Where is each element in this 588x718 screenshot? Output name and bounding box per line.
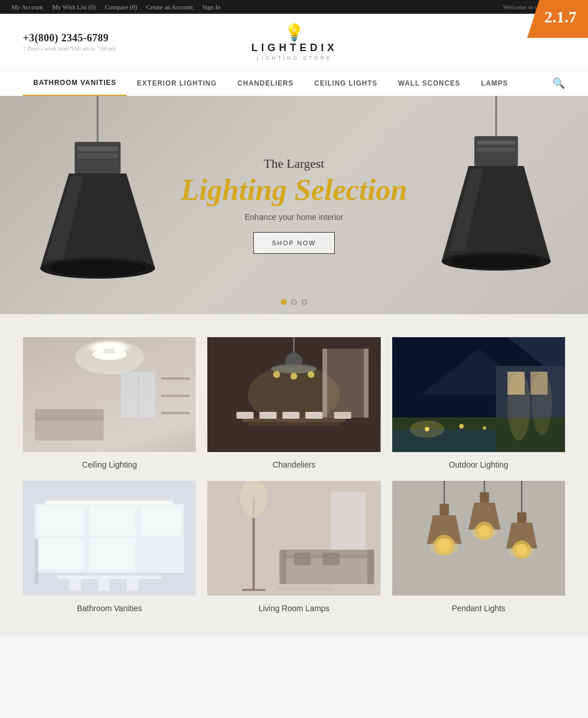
header: +3(800) 2345-6789 7 Days a week from 9:0… <box>0 14 588 70</box>
svg-point-55 <box>409 420 444 438</box>
svg-rect-41 <box>305 412 323 419</box>
svg-rect-20 <box>35 418 104 441</box>
nav-wall-sconces[interactable]: WALL SCONCES <box>388 71 470 95</box>
category-grid-row1: Ceiling Lighting <box>23 337 565 613</box>
svg-rect-66 <box>90 538 136 570</box>
category-outdoor-lighting[interactable]: Outdoor Lighting <box>392 337 565 469</box>
svg-point-6 <box>49 260 146 276</box>
svg-rect-68 <box>35 538 38 584</box>
carousel-dot-3[interactable] <box>301 299 307 305</box>
bathroom-label: Bathroom Vanities <box>23 604 196 613</box>
svg-point-107 <box>509 544 534 559</box>
svg-rect-39 <box>260 412 277 419</box>
category-section: Ceiling Lighting <box>0 314 588 636</box>
create-account-link[interactable]: Create an Account <box>146 3 193 10</box>
hero-subtitle: The Largest <box>181 156 407 171</box>
svg-point-106 <box>471 525 497 540</box>
svg-point-14 <box>450 254 542 268</box>
svg-rect-11 <box>477 148 515 152</box>
living-room-label: Living Room Lamps <box>207 604 380 613</box>
svg-rect-85 <box>277 587 334 590</box>
svg-rect-87 <box>323 492 331 550</box>
svg-rect-3 <box>78 153 118 158</box>
nav-chandeliers[interactable]: CHANDELIERS <box>227 71 304 95</box>
carousel-dot-2[interactable] <box>291 299 297 305</box>
sign-in-link[interactable]: Sign In <box>202 3 220 10</box>
svg-rect-65 <box>90 507 136 535</box>
svg-rect-21 <box>35 409 104 420</box>
svg-rect-26 <box>161 412 190 414</box>
outdoor-lighting-label: Outdoor Lighting <box>392 460 565 469</box>
svg-rect-63 <box>38 507 84 535</box>
pendant-lights-image <box>392 481 565 596</box>
nav-bathroom-vanities[interactable]: BATHROOM VANITIES <box>23 71 127 96</box>
svg-rect-37 <box>248 422 340 426</box>
svg-rect-81 <box>280 550 287 584</box>
chandeliers-image <box>207 337 380 452</box>
svg-rect-38 <box>237 412 254 419</box>
svg-point-77 <box>239 481 268 518</box>
carousel-dot-1[interactable] <box>281 299 287 305</box>
svg-rect-40 <box>283 412 300 419</box>
right-pendant-lamp <box>433 96 559 291</box>
pendant-lights-label: Pendant Lights <box>392 604 565 613</box>
svg-rect-91 <box>439 504 448 515</box>
svg-rect-24 <box>161 377 190 380</box>
business-hours: 7 Days a week from 9:00 am to 7:00 pm <box>23 45 115 52</box>
svg-rect-83 <box>294 553 311 565</box>
category-pendant-lights[interactable]: Pendant Lights <box>392 481 565 613</box>
svg-rect-82 <box>368 550 374 584</box>
svg-point-58 <box>507 372 530 441</box>
nav-ceiling-lights[interactable]: CEILING LIGHTS <box>304 71 388 95</box>
svg-rect-88 <box>366 492 374 550</box>
compare-link[interactable]: Compare (0) <box>105 3 137 10</box>
nav-exterior-lighting[interactable]: EXTERIOR LIGHTING <box>127 71 227 95</box>
svg-rect-70 <box>69 579 81 590</box>
left-pendant-lamp <box>29 96 167 303</box>
hero-content: The Largest Lighting Selection Enhance y… <box>181 156 407 253</box>
svg-point-59 <box>531 372 552 435</box>
living-room-image <box>207 481 380 596</box>
hero-section: The Largest Lighting Selection Enhance y… <box>0 96 588 314</box>
my-account-link[interactable]: My Account <box>11 3 43 10</box>
svg-point-57 <box>482 426 486 430</box>
svg-rect-45 <box>364 349 369 418</box>
category-bathroom[interactable]: Bathroom Vanities <box>23 481 196 613</box>
bathroom-image <box>23 481 196 596</box>
svg-rect-84 <box>323 553 340 565</box>
search-icon[interactable]: 🔍 <box>552 77 565 90</box>
svg-rect-72 <box>127 579 138 590</box>
svg-rect-44 <box>323 349 327 418</box>
svg-point-19 <box>75 340 144 375</box>
top-bar: My Account My Wish List (0) Compare (0) … <box>0 0 588 14</box>
svg-rect-96 <box>479 492 489 503</box>
svg-rect-53 <box>392 429 496 452</box>
category-living-room[interactable]: Living Room Lamps <box>207 481 380 613</box>
svg-rect-101 <box>517 512 526 523</box>
svg-rect-43 <box>323 349 369 418</box>
logo[interactable]: 💡 LIGHTEDIX LIGHTING STORE <box>252 23 338 61</box>
chandeliers-label: Chandeliers <box>207 460 380 469</box>
svg-rect-74 <box>47 501 173 504</box>
category-chandeliers[interactable]: Chandeliers <box>207 337 380 469</box>
svg-rect-71 <box>98 579 110 590</box>
hero-tagline: Enhance your home interior <box>181 213 407 222</box>
hero-title: Lighting Selection <box>181 173 407 206</box>
hero-carousel-dots <box>281 299 307 305</box>
ceiling-lighting-image <box>23 337 196 452</box>
svg-rect-10 <box>477 141 515 145</box>
svg-point-105 <box>430 538 458 555</box>
svg-rect-69 <box>58 576 161 579</box>
svg-rect-67 <box>141 507 181 535</box>
main-nav: BATHROOM VANITIES EXTERIOR LIGHTING CHAN… <box>0 70 588 96</box>
svg-point-56 <box>459 424 463 429</box>
nav-lamps[interactable]: LAMPS <box>471 71 519 95</box>
svg-rect-2 <box>78 146 118 151</box>
category-ceiling-lighting[interactable]: Ceiling Lighting <box>23 337 196 469</box>
shop-now-button[interactable]: SHOP NOW <box>253 232 335 254</box>
ceiling-lighting-label: Ceiling Lighting <box>23 460 196 469</box>
phone-number: +3(800) 2345-6789 <box>23 32 115 44</box>
svg-rect-25 <box>161 395 190 397</box>
logo-icon: 💡 <box>284 23 304 42</box>
wishlist-link[interactable]: My Wish List (0) <box>52 3 96 10</box>
